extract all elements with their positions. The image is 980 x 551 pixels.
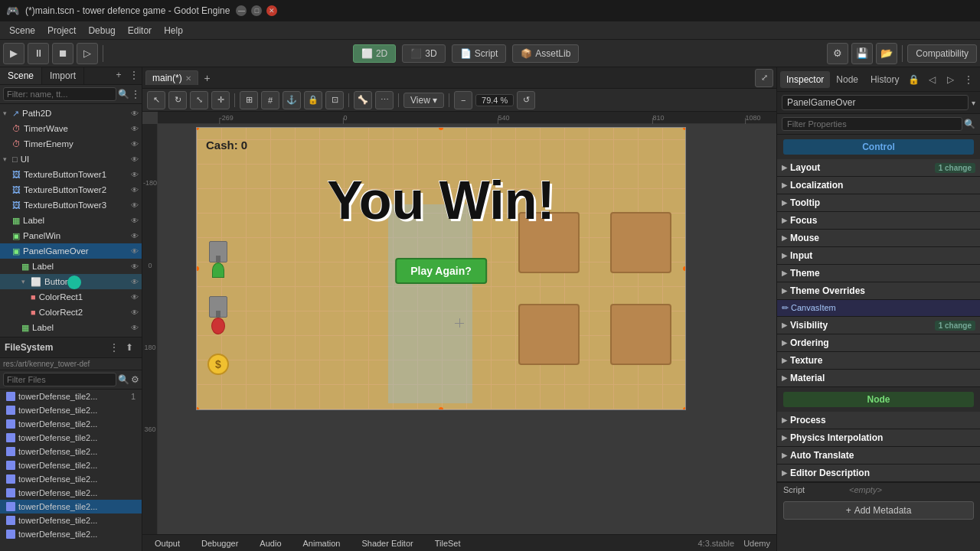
visibility-icon[interactable]: 👁: [131, 293, 139, 302]
filesystem-filter-icon[interactable]: ⚙: [131, 372, 139, 387]
section-process[interactable]: ▶ Process: [777, 412, 980, 429]
play-again-button[interactable]: Play Again?: [395, 258, 487, 284]
section-mouse[interactable]: ▶ Mouse: [777, 230, 980, 247]
filter-properties-input[interactable]: [782, 117, 962, 131]
tab-audio[interactable]: Audio: [253, 537, 287, 549]
fs-item-4[interactable]: towerDefense_tile2...: [0, 431, 142, 445]
tab-import[interactable]: Import: [42, 67, 84, 84]
settings-button[interactable]: ⚙: [827, 43, 848, 64]
fs-item-selected[interactable]: towerDefense_tile2...: [0, 500, 142, 514]
insp-options-button[interactable]: ⋮: [960, 71, 977, 88]
visibility-icon[interactable]: 👁: [131, 171, 139, 179]
visibility-icon[interactable]: 👁: [131, 232, 139, 240]
filesystem-options-button[interactable]: ⋮: [106, 340, 122, 355]
section-theme[interactable]: ▶ Theme: [777, 265, 980, 282]
tab-output[interactable]: Output: [149, 537, 186, 549]
expand-icon[interactable]: ⤢: [755, 69, 773, 87]
tree-item-label1[interactable]: ▦ Label 👁: [0, 213, 142, 228]
play-scene-button[interactable]: ▷: [77, 43, 98, 64]
section-ordering[interactable]: ▶ Ordering: [777, 334, 980, 352]
tree-item-timerenemy[interactable]: ⏱ TimerEnemy 👁: [0, 136, 142, 152]
filesystem-search-icon[interactable]: 🔍: [118, 372, 129, 387]
tab-close-icon[interactable]: ✕: [185, 74, 191, 83]
menu-help[interactable]: Help: [158, 24, 189, 37]
zoom-reset-button[interactable]: ↺: [517, 91, 535, 109]
section-focus[interactable]: ▶ Focus: [777, 212, 980, 230]
mode-2d-button[interactable]: ⬜ 2D: [353, 44, 396, 63]
section-tooltip[interactable]: ▶ Tooltip: [777, 194, 980, 212]
section-input[interactable]: ▶ Input: [777, 247, 980, 265]
filesystem-expand-button[interactable]: ⬆: [122, 340, 137, 355]
visibility-icon[interactable]: 👁: [131, 140, 139, 148]
tree-item-panelwin[interactable]: ▣ PanelWin 👁: [0, 228, 142, 243]
section-texture[interactable]: ▶ Texture: [777, 352, 980, 370]
tab-node[interactable]: Node: [830, 71, 864, 88]
tree-item-label2[interactable]: ▦ Label 👁: [0, 259, 142, 274]
tab-debugger[interactable]: Debugger: [195, 537, 244, 549]
fs-item-11[interactable]: towerDefense_tile2...: [0, 527, 142, 541]
menu-scene[interactable]: Scene: [3, 24, 41, 37]
snap-tool[interactable]: ⊞: [240, 91, 258, 109]
node-dropdown-icon[interactable]: ▾: [972, 99, 975, 107]
add-metadata-button[interactable]: + Add Metadata: [783, 501, 974, 520]
more-tools[interactable]: ⋯: [375, 91, 394, 109]
scene-filter-input[interactable]: [3, 87, 116, 101]
filter-icon[interactable]: 🔍: [118, 86, 129, 102]
section-visibility[interactable]: ▶ Visibility 1 change: [777, 317, 980, 334]
tree-item-colorrect1[interactable]: ■ ColorRect1 👁: [0, 289, 142, 305]
tree-item-ui[interactable]: ▾ □ UI 👁: [0, 152, 142, 167]
fs-item-6[interactable]: towerDefense_tile2...: [0, 458, 142, 472]
section-material[interactable]: ▶ Material: [777, 370, 980, 387]
fs-item-2[interactable]: towerDefense_tile2...: [0, 403, 142, 417]
visibility-icon[interactable]: 👁: [131, 324, 139, 332]
menu-project[interactable]: Project: [41, 24, 82, 37]
fs-item-8[interactable]: towerDefense_tile2...: [0, 486, 142, 500]
tab-history[interactable]: History: [864, 71, 905, 88]
visibility-icon[interactable]: 👁: [131, 109, 139, 118]
visibility-icon[interactable]: 👁: [131, 217, 139, 225]
editor-tab-main[interactable]: main(*) ✕: [145, 70, 198, 85]
tab-inspector[interactable]: Inspector: [780, 71, 830, 88]
tree-item-label3[interactable]: ▦ Label 👁: [0, 320, 142, 335]
mode-script-button[interactable]: 📄 Script: [452, 44, 507, 63]
fs-item-5[interactable]: towerDefense_tile2...: [0, 445, 142, 458]
canvas-area[interactable]: -269 0 540 810 1080 -180 0 180: [142, 112, 776, 534]
insp-forward-button[interactable]: ▷: [942, 71, 959, 88]
visibility-icon[interactable]: 👁: [131, 186, 139, 194]
pause-button[interactable]: ⏸: [28, 43, 49, 64]
section-physics-interpolation[interactable]: ▶ Physics Interpolation: [777, 429, 980, 447]
fs-item-3[interactable]: towerDefense_tile2...: [0, 417, 142, 431]
scene-options-button[interactable]: ⋮: [126, 67, 142, 83]
visibility-icon[interactable]: 👁: [131, 155, 139, 164]
tab-animation[interactable]: Animation: [297, 537, 347, 549]
section-layout[interactable]: ▶ Layout 1 change: [777, 159, 980, 177]
section-auto-translate[interactable]: ▶ Auto Translate: [777, 447, 980, 465]
scene-add-button[interactable]: +: [111, 67, 126, 83]
visibility-icon[interactable]: 👁: [131, 262, 139, 271]
new-tab-button[interactable]: +: [200, 70, 215, 86]
tree-item-colorrect2[interactable]: ■ ColorRect2 👁: [0, 305, 142, 320]
tree-item-texbtn3[interactable]: 🖼 TextureButtonTower3 👁: [0, 197, 142, 213]
tree-item-path2d[interactable]: ▾ ↗ Path2D 👁: [0, 106, 142, 121]
move-tool[interactable]: ✛: [211, 91, 230, 109]
rotate-tool[interactable]: ↻: [168, 91, 187, 109]
visibility-icon[interactable]: 👁: [131, 201, 139, 210]
visibility-icon[interactable]: 👁: [131, 278, 139, 286]
view-button[interactable]: View ▾: [403, 93, 444, 108]
mode-3d-button[interactable]: ⬛ 3D: [402, 44, 445, 63]
tab-shader-editor[interactable]: Shader Editor: [355, 537, 419, 549]
tree-item-timerwave[interactable]: ⏱ TimerWave 👁: [0, 121, 142, 136]
load-button[interactable]: 📂: [876, 43, 897, 64]
visibility-icon[interactable]: 👁: [131, 308, 139, 317]
insp-history-button[interactable]: ◁: [923, 71, 940, 88]
section-theme-overrides[interactable]: ▶ Theme Overrides: [777, 282, 980, 300]
tree-item-button[interactable]: ▾ ⬜ Button 👁: [0, 274, 142, 289]
section-editor-description[interactable]: ▶ Editor Description: [777, 465, 980, 482]
grid-tool[interactable]: #: [261, 91, 279, 109]
close-button[interactable]: ✕: [266, 5, 277, 16]
scale-tool[interactable]: ⤡: [190, 91, 208, 109]
tab-scene[interactable]: Scene: [0, 67, 42, 84]
menu-debug[interactable]: Debug: [82, 24, 121, 37]
tab-tileset[interactable]: TileSet: [429, 537, 467, 549]
scene-options-icon[interactable]: ⋮: [131, 86, 140, 102]
